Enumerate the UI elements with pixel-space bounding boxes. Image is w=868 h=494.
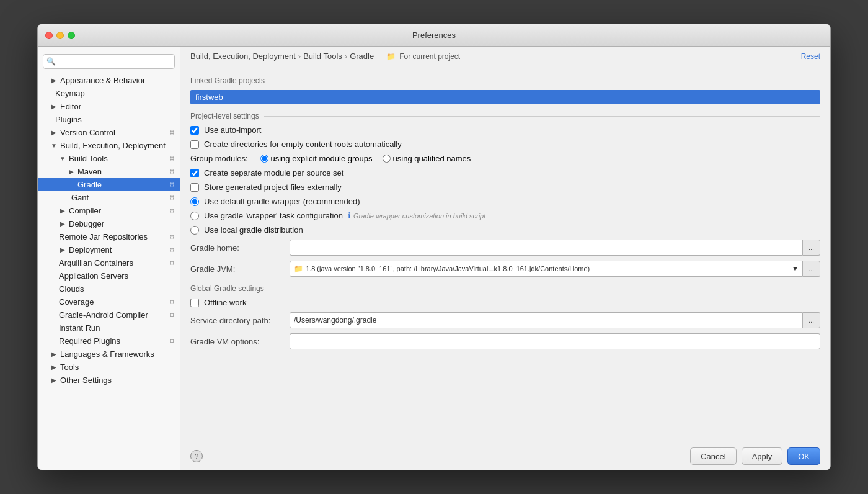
sidebar-item-gant[interactable]: Gant ⚙ bbox=[38, 191, 180, 204]
breadcrumb-part3: Gradle bbox=[350, 52, 374, 61]
jvm-dropdown-arrow: ▼ bbox=[792, 265, 799, 272]
radio-explicit[interactable]: using explicit module groups bbox=[260, 154, 373, 163]
store-generated-row: Store generated project files externally bbox=[190, 182, 820, 192]
service-dir-input[interactable] bbox=[290, 312, 803, 328]
sidebar-item-label: Remote Jar Repositories bbox=[59, 232, 148, 241]
cancel-button[interactable]: Cancel bbox=[690, 447, 736, 465]
create-dirs-checkbox[interactable] bbox=[190, 140, 199, 149]
auto-import-row: Use auto-import bbox=[190, 125, 820, 135]
create-separate-checkbox[interactable] bbox=[190, 169, 199, 177]
project-settings-title: Project-level settings bbox=[190, 112, 820, 120]
reset-button[interactable]: Reset bbox=[801, 52, 820, 61]
store-generated-label[interactable]: Store generated project files externally bbox=[204, 182, 342, 192]
gradle-home-browse-button[interactable]: ... bbox=[803, 240, 820, 256]
gradle-jvm-row: Gradle JVM: 📁 1.8 (java version "1.8.0_1… bbox=[190, 261, 820, 277]
create-separate-label[interactable]: Create separate module per source set bbox=[204, 168, 343, 177]
arrow-icon: ▶ bbox=[59, 207, 66, 215]
linked-projects-label: Linked Gradle projects bbox=[190, 76, 820, 85]
help-button[interactable]: ? bbox=[190, 450, 203, 462]
radio-qualified-input[interactable] bbox=[383, 155, 391, 163]
sidebar-item-label: Build, Execution, Deployment bbox=[60, 141, 166, 150]
wrapper-task-row: Use gradle 'wrapper' task configuration … bbox=[190, 211, 820, 220]
compiler-icon: ⚙ bbox=[169, 207, 175, 214]
sidebar-item-buildtools[interactable]: ▼ Build Tools ⚙ bbox=[38, 152, 180, 165]
sidebar-item-buildexec[interactable]: ▼ Build, Execution, Deployment bbox=[38, 139, 180, 152]
maximize-button[interactable] bbox=[68, 32, 75, 39]
preferences-window: Preferences 🔍 ▶ Appearance & Behavior Ke… bbox=[37, 24, 831, 470]
sidebar-item-tools[interactable]: ▶ Tools bbox=[38, 361, 180, 374]
sidebar-item-versioncontrol[interactable]: ▶ Version Control ⚙ bbox=[38, 126, 180, 139]
search-box[interactable]: 🔍 bbox=[43, 54, 175, 69]
radio-explicit-label[interactable]: using explicit module groups bbox=[271, 154, 373, 163]
sidebar-item-label: Compiler bbox=[69, 206, 101, 215]
group-modules-label: Group modules: bbox=[190, 154, 248, 163]
sidebar-item-keymap[interactable]: Keymap bbox=[38, 87, 180, 100]
search-input[interactable] bbox=[43, 54, 175, 69]
sidebar-item-label: Gradle bbox=[78, 180, 102, 189]
sidebar-item-arquillian[interactable]: Arquillian Containers ⚙ bbox=[38, 256, 180, 269]
auto-import-checkbox[interactable] bbox=[190, 126, 199, 135]
radio-qualified-label[interactable]: using qualified names bbox=[393, 154, 471, 163]
sidebar-item-othersettings[interactable]: ▶ Other Settings bbox=[38, 374, 180, 387]
service-dir-label: Service directory path: bbox=[190, 316, 290, 325]
sidebar-item-remotejar[interactable]: Remote Jar Repositories ⚙ bbox=[38, 230, 180, 243]
gradle-jvm-browse-button[interactable]: ... bbox=[803, 261, 820, 277]
arrow-icon: ▶ bbox=[50, 364, 58, 371]
gradle-home-input[interactable] bbox=[290, 240, 803, 256]
service-dir-input-group: ... bbox=[290, 312, 820, 328]
sidebar-item-plugins[interactable]: Plugins bbox=[38, 113, 180, 126]
sidebar-item-maven[interactable]: ▶ Maven ⚙ bbox=[38, 165, 180, 178]
default-wrapper-radio[interactable] bbox=[190, 197, 199, 206]
sidebar-item-label: Required Plugins bbox=[59, 336, 120, 346]
sidebar-item-instantrun[interactable]: Instant Run bbox=[38, 321, 180, 335]
sidebar-item-requiredplugins[interactable]: Required Plugins ⚙ bbox=[38, 335, 180, 348]
gradle-jvm-select[interactable]: 📁 1.8 (java version "1.8.0_161", path: /… bbox=[290, 261, 803, 277]
sidebar-item-label: Build Tools bbox=[69, 154, 108, 163]
sidebar-item-debugger[interactable]: ▶ Debugger bbox=[38, 217, 180, 230]
vm-options-input[interactable] bbox=[290, 333, 820, 349]
sidebar-item-editor[interactable]: ▶ Editor bbox=[38, 100, 180, 113]
offline-work-row: Offline work bbox=[190, 298, 820, 307]
local-dist-label[interactable]: Use local gradle distribution bbox=[204, 225, 303, 235]
radio-explicit-input[interactable] bbox=[260, 155, 268, 163]
wrapper-task-label[interactable]: Use gradle 'wrapper' task configuration bbox=[204, 211, 343, 220]
sidebar-item-deployment[interactable]: ▶ Deployment ⚙ bbox=[38, 243, 180, 256]
remotejar-icon: ⚙ bbox=[169, 233, 175, 240]
sidebar-item-languages[interactable]: ▶ Languages & Frameworks bbox=[38, 348, 180, 361]
breadcrumb-part2: Build Tools bbox=[303, 52, 342, 61]
linked-project-item[interactable]: firstweb bbox=[190, 90, 820, 104]
sidebar-item-label: Arquillian Containers bbox=[59, 258, 133, 267]
create-separate-row: Create separate module per source set bbox=[190, 168, 820, 177]
sidebar-item-gradle[interactable]: Gradle ⚙ bbox=[38, 178, 180, 191]
default-wrapper-label[interactable]: Use default gradle wrapper (recommended) bbox=[204, 197, 360, 206]
sidebar-item-compiler[interactable]: ▶ Compiler ⚙ bbox=[38, 204, 180, 217]
create-dirs-label[interactable]: Create directories for empty content roo… bbox=[204, 140, 402, 149]
sidebar-item-appearance[interactable]: ▶ Appearance & Behavior bbox=[38, 74, 180, 87]
breadcrumb: Build, Execution, Deployment › Build Too… bbox=[190, 52, 460, 61]
close-button[interactable] bbox=[45, 32, 53, 39]
linked-projects-list: firstweb bbox=[190, 90, 820, 104]
auto-import-label[interactable]: Use auto-import bbox=[204, 125, 261, 135]
store-generated-checkbox[interactable] bbox=[190, 183, 199, 192]
apply-button[interactable]: Apply bbox=[742, 447, 783, 465]
sidebar-item-coverage[interactable]: Coverage ⚙ bbox=[38, 295, 180, 308]
local-dist-radio[interactable] bbox=[190, 226, 199, 235]
offline-work-checkbox[interactable] bbox=[190, 299, 199, 307]
sidebar-item-label: Other Settings bbox=[60, 375, 112, 385]
vcs-icon: ⚙ bbox=[169, 129, 175, 136]
offline-work-label[interactable]: Offline work bbox=[204, 298, 246, 307]
minimize-button[interactable] bbox=[56, 32, 64, 39]
sidebar-item-label: Editor bbox=[60, 102, 81, 111]
sidebar-item-label: Plugins bbox=[55, 115, 82, 124]
service-dir-browse-button[interactable]: ... bbox=[803, 312, 820, 328]
sidebar-item-gradleandroid[interactable]: Gradle-Android Compiler ⚙ bbox=[38, 308, 180, 321]
action-buttons: Cancel Apply OK bbox=[690, 447, 820, 465]
sidebar-item-clouds[interactable]: Clouds bbox=[38, 282, 180, 295]
gradle-jvm-input-group: 📁 1.8 (java version "1.8.0_161", path: /… bbox=[290, 261, 820, 277]
gant-icon: ⚙ bbox=[169, 194, 175, 201]
sidebar-item-appservers[interactable]: Application Servers bbox=[38, 269, 180, 282]
ok-button[interactable]: OK bbox=[787, 447, 820, 465]
default-wrapper-row: Use default gradle wrapper (recommended) bbox=[190, 197, 820, 206]
radio-qualified[interactable]: using qualified names bbox=[383, 154, 471, 163]
wrapper-task-radio[interactable] bbox=[190, 212, 199, 220]
